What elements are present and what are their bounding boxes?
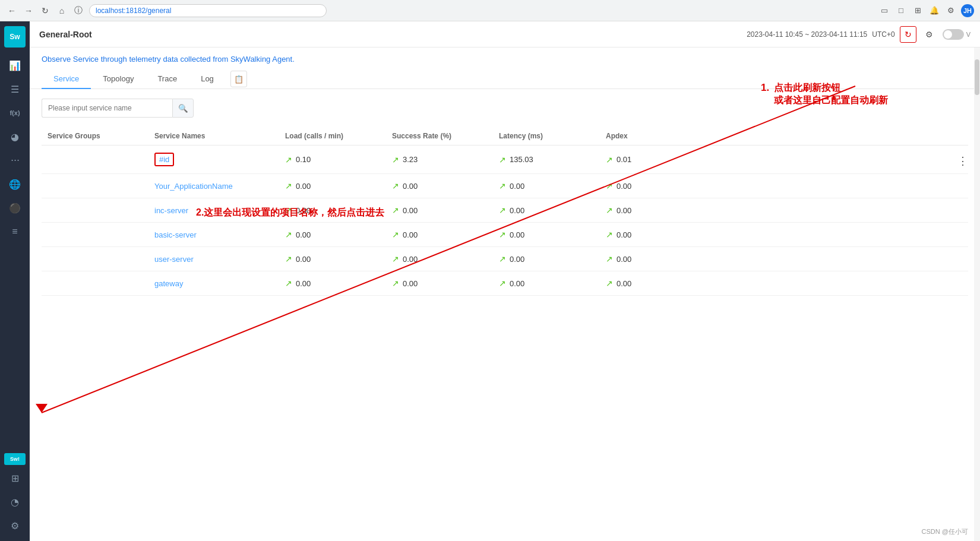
sidebar-item-layers[interactable]: ☰	[4, 78, 26, 100]
window-btn-3[interactable]: ⊞	[911, 4, 924, 17]
table-row: inc-server↗0.00↗0.00↗0.00↗0.00	[42, 198, 968, 223]
cell-group	[42, 247, 148, 271]
cell-apdex: ↗0.00	[600, 247, 968, 271]
url-bar[interactable]: localhost:18182/general	[89, 4, 327, 17]
trend-icon: ↗	[285, 230, 292, 239]
trend-icon: ↗	[606, 254, 613, 264]
cell-latency: ↗0.00	[493, 247, 600, 271]
sidebar-item-globe[interactable]: 🌐	[4, 173, 26, 195]
service-name-link[interactable]: inc-server	[154, 206, 188, 215]
svg-marker-1	[36, 404, 48, 413]
cell-latency: ↗0.00	[493, 223, 600, 247]
metric-cell-load: ↗0.00	[285, 181, 380, 191]
trend-icon: ↗	[285, 155, 292, 164]
scrollbar-thumb[interactable]	[975, 59, 979, 95]
cell-apdex: ↗0.00	[600, 271, 968, 296]
metric-cell-success: ↗0.00	[392, 205, 487, 215]
sidebar-item-settings[interactable]: ⚙	[4, 515, 26, 536]
cell-service-name: gateway	[148, 271, 279, 296]
table-row: user-server↗0.00↗0.00↗0.00↗0.00	[42, 247, 968, 271]
col-header-success: Success Rate (%)	[386, 127, 493, 145]
metric-cell-apdex: ↗0.00	[606, 205, 962, 215]
cell-load: ↗0.00	[279, 247, 386, 271]
scrollbar-track[interactable]	[974, 48, 980, 541]
metric-value: 0.00	[296, 182, 311, 191]
notification-btn[interactable]: 🔔	[928, 4, 941, 17]
service-name-link[interactable]: basic-server	[154, 230, 197, 239]
metric-cell-latency: ↗0.00	[499, 230, 594, 239]
metric-value: 0.00	[617, 206, 631, 215]
trend-icon: ↗	[392, 205, 399, 215]
cell-apdex: ↗0.01	[600, 145, 968, 174]
forward-button[interactable]: →	[23, 5, 34, 17]
metric-value: 0.00	[296, 230, 311, 239]
metric-value: 0.00	[296, 206, 311, 215]
sw-badge[interactable]: Sw!	[4, 453, 26, 465]
sidebar-item-user[interactable]: ⚫	[4, 197, 26, 219]
cell-apdex: ↗0.00	[600, 174, 968, 198]
window-btn-2[interactable]: □	[894, 4, 908, 17]
url-text: localhost:18182/general	[96, 7, 171, 15]
service-name-link-highlighted[interactable]: #id	[154, 153, 174, 166]
sidebar-item-chart[interactable]: ◕	[4, 126, 26, 147]
refresh-browser-button[interactable]: ↻	[39, 5, 51, 17]
tabs: Service Topology Trace Log 📋	[30, 64, 980, 89]
window-btn-1[interactable]: ▭	[878, 4, 891, 17]
metric-value: 0.00	[403, 182, 418, 191]
sidebar-item-circle[interactable]: ◔	[4, 491, 26, 512]
metric-value: 0.00	[403, 279, 418, 288]
config-button[interactable]: ⚙	[921, 26, 938, 43]
metric-cell-latency: ↗0.00	[499, 254, 594, 264]
metric-value: 0.00	[403, 206, 418, 215]
tab-log[interactable]: Log	[189, 69, 226, 89]
metric-cell-latency: ↗0.00	[499, 205, 594, 215]
more-options-button[interactable]: ⋮	[957, 154, 968, 167]
service-name-link[interactable]: gateway	[154, 279, 183, 288]
sidebar-item-network[interactable]: ⋅⋅⋅	[4, 150, 26, 171]
refresh-button[interactable]: ↻	[900, 26, 916, 43]
metric-value: 0.00	[510, 182, 524, 191]
cell-service-name: Your_ApplicationName	[148, 174, 279, 198]
metric-value: 0.00	[617, 182, 631, 191]
trend-icon: ↗	[285, 254, 292, 264]
service-name-link[interactable]: Your_ApplicationName	[154, 182, 233, 191]
info-button[interactable]: ⓘ	[72, 5, 84, 17]
col-header-apdex: Apdex	[600, 127, 968, 145]
sidebar: Sw 📊 ☰ f(x) ◕ ⋅⋅⋅ 🌐 ⚫ ≡ Sw! ⊞ ◔ ⚙	[0, 21, 30, 541]
cell-group	[42, 145, 148, 174]
service-table: Service Groups Service Names Load (calls…	[42, 127, 968, 296]
metric-cell-load: ↗0.10	[285, 155, 380, 164]
user-avatar[interactable]: JH	[961, 4, 974, 17]
home-button[interactable]: ⌂	[56, 5, 68, 17]
metric-value: 0.00	[510, 279, 524, 288]
metric-value: 0.00	[510, 255, 524, 264]
sidebar-item-function[interactable]: f(x)	[4, 102, 26, 124]
trend-icon: ↗	[392, 155, 399, 164]
info-bar: Observe Service through telemetry data c…	[30, 48, 980, 64]
search-button[interactable]: 🔍	[172, 99, 194, 118]
trend-icon: ↗	[392, 279, 399, 288]
trend-icon: ↗	[606, 230, 613, 239]
service-name-link[interactable]: user-server	[154, 255, 194, 264]
tab-copy-icon[interactable]: 📋	[230, 71, 247, 87]
sidebar-logo[interactable]: Sw	[4, 26, 26, 48]
trend-icon: ↗	[499, 155, 506, 164]
sidebar-item-list[interactable]: ≡	[4, 221, 26, 242]
search-input[interactable]	[42, 99, 172, 118]
auto-refresh-toggle[interactable]	[943, 29, 964, 40]
time-range: 2023-04-11 10:45 ~ 2023-04-11 11:15	[747, 30, 867, 39]
col-header-names: Service Names	[148, 127, 279, 145]
back-button[interactable]: ←	[6, 5, 18, 17]
search-icon: 🔍	[178, 104, 188, 113]
metric-cell-load: ↗0.00	[285, 254, 380, 264]
cell-load: ↗0.00	[279, 174, 386, 198]
tab-topology[interactable]: Topology	[91, 69, 146, 89]
table-row: basic-server↗0.00↗0.00↗0.00↗0.00	[42, 223, 968, 247]
browser-chrome: ← → ↻ ⌂ ⓘ localhost:18182/general ▭ □ ⊞ …	[0, 0, 980, 21]
tab-service[interactable]: Service	[42, 69, 91, 89]
sidebar-item-dashboard[interactable]: 📊	[4, 55, 26, 76]
trend-icon: ↗	[392, 181, 399, 191]
extension-btn[interactable]: ⚙	[944, 4, 957, 17]
sidebar-item-grid[interactable]: ⊞	[4, 467, 26, 489]
tab-trace[interactable]: Trace	[146, 69, 189, 89]
